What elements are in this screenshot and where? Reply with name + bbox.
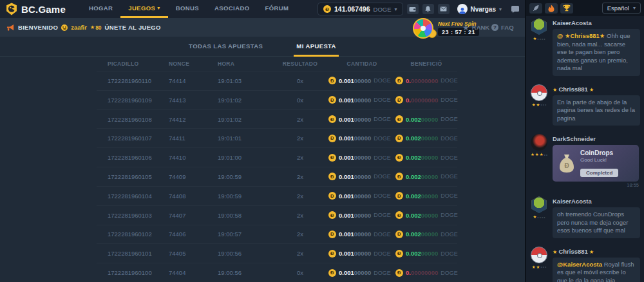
- chat-message-left: ★••••: [530, 196, 548, 241]
- chat-bubble[interactable]: @KaiserAcosta Royal flush es que el móvi…: [553, 258, 640, 282]
- wallet-button[interactable]: [407, 4, 419, 14]
- dot-icon: •: [537, 37, 538, 41]
- chat-username[interactable]: ★ Chriss881 ★: [553, 86, 640, 93]
- mention-link[interactable]: @ ★Chriss881★: [557, 32, 607, 39]
- amount-dim-text: 00000: [421, 135, 438, 142]
- user-menu[interactable]: Nvargas ▾: [457, 4, 502, 14]
- nonce-cell: 74406: [169, 230, 218, 238]
- tab-todas-las-apuestas[interactable]: TODAS LAS APUESTAS: [186, 37, 265, 57]
- chat-message-list[interactable]: ★••••KaiserAcosta@ ★Chriss881★ Ohh que b…: [526, 12, 644, 282]
- wheel-icon: [413, 18, 433, 39]
- doge-coin-icon: Đ: [395, 269, 403, 277]
- rank-label: RANK: [472, 24, 489, 31]
- nav-item-juegos[interactable]: JUEGOS▾: [120, 0, 167, 18]
- dot-icon: •: [540, 102, 542, 107]
- table-row[interactable]: 17222819601097441319:01:020xĐ0.00100000D…: [97, 90, 457, 109]
- amount-text: 0.00100000: [339, 154, 371, 161]
- table-row[interactable]: 17222819601077441119:01:012xĐ0.00100000D…: [97, 128, 457, 147]
- user-star-rating: ★••••: [533, 214, 545, 220]
- result-cell: 0x: [272, 97, 328, 104]
- coindrops-card[interactable]: ĐCoinDropsGood Luck!Completed: [553, 145, 639, 182]
- profit-cell: Đ0.00000000DOGE: [395, 269, 457, 277]
- table-row[interactable]: 17222819601107441419:01:030xĐ0.00100000D…: [97, 71, 457, 90]
- nav-item-bonus[interactable]: BONUS: [168, 0, 207, 18]
- table-row[interactable]: 17222819601017440519:00:562xĐ0.00100000D…: [97, 243, 457, 263]
- wallet-icon: [409, 6, 416, 12]
- brand-logo[interactable]: BC.Game: [5, 3, 66, 15]
- hash-cell: 1722281960108: [97, 116, 169, 123]
- messages-button[interactable]: [438, 4, 450, 14]
- amount-dim-text: 00000: [354, 135, 371, 142]
- star-icon: ★: [540, 152, 544, 157]
- rank-button[interactable]: ★ RANK: [462, 24, 489, 32]
- doge-coin-icon: Đ: [395, 135, 403, 142]
- mention-link[interactable]: @KaiserAcosta: [557, 261, 604, 268]
- result-cell: 2x: [272, 135, 328, 142]
- table-row[interactable]: 17222819601037440719:00:582xĐ0.00100000D…: [97, 205, 457, 225]
- chat-username[interactable]: DarkSchneider: [553, 135, 640, 142]
- profit-cell: Đ0.00200000DOGE: [395, 211, 457, 219]
- top-navbar: BC.Game HOGARJUEGOS▾BONUSASOCIADOFÓRUM Đ…: [0, 0, 525, 18]
- chat-toggle-button[interactable]: [511, 5, 520, 13]
- notifications-button[interactable]: [422, 4, 434, 14]
- table-row[interactable]: 17222819601027440619:00:572xĐ0.00100000D…: [97, 225, 457, 244]
- time-cell: 19:00:56: [218, 250, 272, 257]
- star-icon: ★: [531, 152, 535, 157]
- profit-cell: Đ0.00000000DOGE: [395, 96, 457, 104]
- table-row[interactable]: 17222819601047440819:00:592xĐ0.00100000D…: [97, 186, 457, 205]
- chat-bubble[interactable]: @ ★Chriss881★ Ohh que bien, nada mal... …: [553, 29, 640, 76]
- brand-name: BC.Game: [21, 4, 66, 15]
- faq-button[interactable]: ? FAQ: [491, 24, 514, 31]
- bets-table: PICADILLONONCEHORARESULTADOCANTIDADBENEF…: [0, 57, 525, 282]
- question-icon: ?: [491, 24, 498, 31]
- amount-dim-text: 00000: [354, 77, 371, 84]
- currency-label: DOGE: [440, 193, 458, 199]
- hash-cell: 1722281960106: [97, 154, 169, 161]
- currency-label: DOGE: [440, 135, 458, 142]
- coindrops-completed-button[interactable]: Completed: [580, 169, 618, 177]
- time-cell: 19:00:59: [218, 173, 272, 180]
- table-row[interactable]: 17222819601087441219:01:022xĐ0.00100000D…: [97, 109, 457, 129]
- doge-coin-icon: Đ: [328, 230, 336, 238]
- nav-item-hogar[interactable]: HOGAR: [81, 0, 120, 18]
- amount-cell: Đ0.00100000DOGE: [328, 96, 395, 104]
- time-cell: 19:01:00: [218, 154, 272, 161]
- profit-cell: Đ0.00000000DOGE: [395, 77, 457, 84]
- table-row[interactable]: 17222819601067441019:01:002xĐ0.00100000D…: [97, 147, 457, 167]
- hash-cell: 1722281960103: [97, 212, 169, 219]
- avatar[interactable]: [531, 134, 547, 151]
- nonce-cell: 74405: [169, 250, 218, 257]
- chat-username[interactable]: KaiserAcosta: [553, 19, 640, 26]
- nav-item-frum[interactable]: FÓRUM: [257, 0, 296, 18]
- chat-message-left: ★★★••: [530, 134, 548, 191]
- username: Nvargas: [471, 6, 496, 13]
- amount-dim-text: 00000: [354, 269, 371, 276]
- doge-coin-icon: Đ: [328, 250, 336, 258]
- medal-icon: ★: [90, 24, 95, 30]
- nav-item-asociado[interactable]: ASOCIADO: [207, 0, 257, 18]
- chat-bubble[interactable]: En la parte de abajo de la pagina tienes…: [553, 95, 640, 126]
- balance-selector[interactable]: Đ 141.067496 DOGE ▾: [317, 3, 402, 15]
- table-row[interactable]: 17222819601007440419:00:560xĐ0.00100000D…: [97, 263, 457, 282]
- avatar[interactable]: [531, 84, 547, 101]
- chat-username[interactable]: KaiserAcosta: [553, 198, 640, 205]
- banner-player-name[interactable]: zaafir: [71, 24, 87, 31]
- money-value: Đ0.00200000DOGE: [395, 154, 457, 162]
- chat-panel-icon: [511, 5, 520, 13]
- result-cell: 2x: [272, 154, 328, 161]
- doge-coin-icon: Đ: [328, 135, 336, 142]
- avatar[interactable]: [531, 18, 547, 35]
- money-value: Đ0.00100000DOGE: [328, 154, 395, 162]
- currency-label: DOGE: [440, 270, 458, 276]
- chat-bubble[interactable]: oh tremendo CounDrops pero nunca me deja…: [553, 207, 640, 238]
- time-cell: 19:00:57: [218, 230, 272, 238]
- money-value: Đ0.00200000DOGE: [395, 192, 457, 200]
- currency-label: DOGE: [374, 116, 391, 122]
- table-row[interactable]: 17222819601057440919:00:592xĐ0.00100000D…: [97, 167, 457, 186]
- avatar[interactable]: [531, 196, 547, 213]
- amount-text: 0.00000000: [406, 269, 438, 276]
- avatar[interactable]: [531, 247, 547, 263]
- tab-mi-apuesta[interactable]: MI APUESTA: [294, 37, 339, 57]
- chat-username[interactable]: ★ Chriss881 ★: [553, 248, 640, 255]
- profit-cell: Đ0.00200000DOGE: [395, 135, 457, 142]
